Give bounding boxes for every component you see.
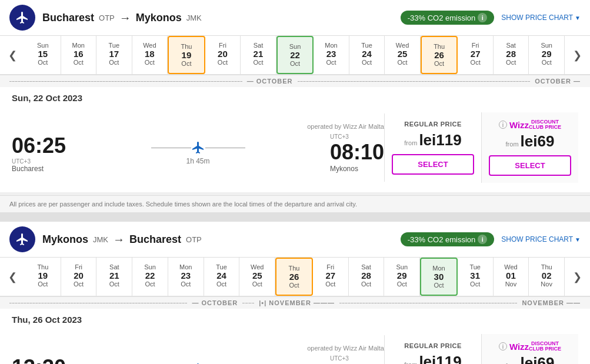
month-label: Oct — [460, 280, 491, 288]
day-name: Sun — [28, 42, 58, 49]
date-cell[interactable]: Mon 16 Oct — [61, 36, 97, 74]
regular-price-from: from lei119 — [392, 353, 474, 364]
price-chart-label: SHOW PRICE CHART — [501, 14, 573, 22]
wizz-club-logo-area: i Wizz DISCOUNTCLUB PRICE — [489, 341, 571, 352]
day-num: 20 — [208, 49, 238, 59]
month-label: Oct — [135, 59, 165, 66]
month-divider: — OCTOBER OCTOBER — — [0, 75, 590, 87]
date-cell[interactable]: Sun 29 Oct — [384, 258, 420, 296]
wizz-info-icon[interactable]: i — [499, 121, 507, 129]
date-cell[interactable]: Wed 25 Oct — [385, 36, 421, 74]
date-cell[interactable]: Mon 23 Oct — [168, 258, 204, 296]
day-num: 24 — [206, 271, 237, 280]
day-num: 02 — [531, 271, 562, 280]
divider-line-left — [9, 81, 242, 82]
day-num: 22 — [280, 50, 311, 60]
dest-city: Bucharest — [129, 233, 181, 246]
date-cell[interactable]: Wed 01 Nov — [494, 258, 529, 296]
date-cell[interactable]: Thu 02 Nov — [529, 258, 565, 296]
regular-select-button[interactable]: SELECT — [392, 154, 474, 175]
route-arrow-icon: → — [119, 11, 131, 25]
day-num: 25 — [242, 271, 272, 280]
month-label: Oct — [316, 59, 346, 66]
date-cell[interactable]: Fri 20 Oct — [205, 36, 241, 74]
price-chart-link[interactable]: SHOW PRICE CHART ▼ — [501, 14, 581, 22]
date-cell[interactable]: Fri 27 Oct — [313, 258, 349, 296]
co2-info-icon[interactable]: i — [478, 235, 487, 244]
day-name: Mon — [424, 265, 454, 272]
day-name: Mon — [64, 42, 94, 49]
price-chart-link[interactable]: SHOW PRICE CHART ▼ — [501, 235, 581, 243]
month-label: Oct — [460, 59, 491, 66]
day-name: Sun — [531, 42, 562, 49]
date-cell[interactable]: Sat 28 Oct — [349, 258, 385, 296]
regular-price-header: REGULAR PRICE — [392, 342, 474, 349]
date-cell[interactable]: Wed 25 Oct — [239, 258, 275, 296]
date-cell[interactable]: Fri 20 Oct — [61, 258, 97, 296]
day-name: Wed — [496, 263, 526, 271]
month-label: Nov — [496, 280, 526, 288]
club-price-from: from lei69 — [489, 132, 571, 151]
date-cell[interactable]: Thu 19 Oct — [25, 258, 61, 296]
depart-utc: UTC+3 — [12, 158, 66, 165]
next-date-button[interactable]: ❯ — [565, 266, 590, 288]
date-cell[interactable]: Tue 17 Oct — [96, 36, 132, 74]
day-num: 01 — [496, 271, 526, 280]
date-cell[interactable]: Mon 23 Oct — [314, 36, 349, 74]
date-cells: Thu 19 Oct Fri 20 Oct Sat 21 Oct Sun 22 … — [25, 258, 565, 296]
date-cell[interactable]: Thu 26 Oct — [275, 258, 313, 296]
origin-city: Bucharest — [42, 12, 94, 24]
date-cell[interactable]: Sat 28 Oct — [494, 36, 529, 74]
month-label: Oct — [206, 280, 237, 288]
month-label: Oct — [64, 59, 94, 66]
month-label: Nov — [531, 280, 562, 288]
date-cell[interactable]: Fri 27 Oct — [458, 36, 494, 74]
date-cell[interactable]: Mon 30 Oct — [420, 258, 458, 296]
prev-date-button[interactable]: ❮ — [0, 266, 25, 288]
month-label: Oct — [352, 59, 382, 66]
club-select-button[interactable]: SELECT — [489, 155, 571, 176]
day-name: Wed — [135, 42, 165, 49]
depart-city: Bucharest — [12, 165, 66, 173]
prev-date-button[interactable]: ❮ — [0, 44, 25, 66]
day-num: 28 — [351, 271, 382, 280]
wizz-discount-text: DISCOUNTCLUB PRICE — [529, 341, 561, 352]
operated-by: operated by Wizz Air Malta — [12, 123, 384, 130]
day-name: Thu — [279, 265, 309, 272]
day-name: Sat — [99, 263, 129, 271]
origin-code: OTP — [99, 14, 115, 22]
month-label: Oct — [171, 280, 201, 288]
date-cell[interactable]: Sun 29 Oct — [529, 36, 565, 74]
month-label: Oct — [280, 60, 311, 67]
regular-price-amount: lei119 — [419, 353, 461, 364]
day-num: 19 — [171, 50, 202, 60]
wizz-info-icon[interactable]: i — [499, 342, 507, 350]
day-name: Fri — [460, 42, 491, 49]
wizz-logo-text: Wizz — [509, 342, 529, 352]
date-cell[interactable]: Tue 31 Oct — [458, 258, 494, 296]
co2-info-icon[interactable]: i — [478, 13, 487, 22]
date-cell[interactable]: Tue 24 Oct — [204, 258, 240, 296]
date-cell[interactable]: Sat 21 Oct — [96, 258, 132, 296]
date-cells: Sun 15 Oct Mon 16 Oct Tue 17 Oct Wed 18 … — [25, 36, 565, 74]
date-cell[interactable]: Sun 15 Oct — [25, 36, 61, 74]
month-label: Oct — [99, 280, 129, 288]
date-cell[interactable]: Wed 18 Oct — [132, 36, 168, 74]
day-name: Sun — [135, 263, 165, 271]
wizz-logo-text: Wizz — [509, 120, 529, 130]
flight-row: operated by Wizz Air Malta 06:25 UTC+3 B… — [0, 103, 590, 193]
date-cell[interactable]: Sat 21 Oct — [241, 36, 276, 74]
day-name: Fri — [64, 263, 94, 271]
date-cell[interactable]: Tue 24 Oct — [349, 36, 385, 74]
date-cell[interactable]: Sun 22 Oct — [132, 258, 168, 296]
date-navigation: ❮ Thu 19 Oct Fri 20 Oct Sat 21 Oct Sun 2… — [0, 258, 590, 297]
month-label: Oct — [64, 280, 94, 288]
date-cell[interactable]: Thu 26 Oct — [421, 36, 458, 74]
date-cell[interactable]: Sun 22 Oct — [276, 36, 314, 74]
regular-price-col: REGULAR PRICE from lei119 SELECT — [384, 113, 481, 182]
month-label: Oct — [99, 59, 129, 66]
next-date-button[interactable]: ❯ — [565, 44, 590, 66]
date-cell[interactable]: Thu 19 Oct — [168, 36, 205, 74]
day-name: Thu — [28, 263, 58, 271]
month-label: Oct — [315, 280, 346, 288]
